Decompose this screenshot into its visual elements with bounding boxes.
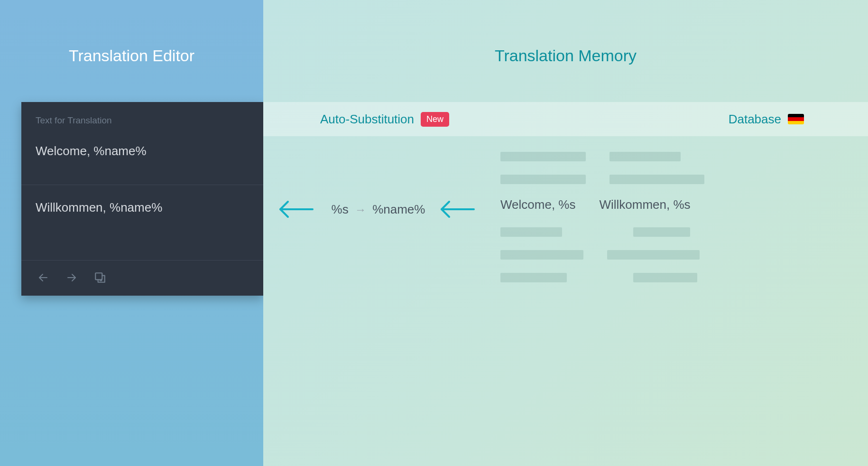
copy-icon [94,271,106,284]
target-text-input[interactable]: Willkommen, %name% [21,185,263,261]
db-placeholder-cell [500,152,586,161]
database-label-text: Database [729,112,781,127]
db-placeholder-cell [633,227,690,237]
flow-arrow-left-icon [277,200,314,219]
db-match-row: Welcome, %s Willkommen, %s [500,197,842,212]
copy-source-button[interactable] [92,270,108,285]
substitution-from: %s [332,202,349,216]
db-placeholder-cell [607,250,700,260]
editor-card: Text for Translation Welcome, %name% Wil… [21,102,263,296]
db-placeholder-cell [633,273,697,282]
editor-header-label: Text for Translation [21,102,263,130]
translation-editor-panel: Translation Editor Text for Translation … [0,0,263,466]
next-button[interactable] [64,270,79,285]
svg-rect-2 [95,273,102,280]
auto-substitution-label: Auto-Substitution [320,112,414,127]
db-placeholder-row [500,152,842,161]
db-source-text: Welcome, %s [500,197,575,212]
db-placeholder-cell [500,250,583,260]
db-placeholder-row [500,273,842,282]
flow-arrow-right-icon [439,200,476,219]
db-placeholder-cell [609,152,681,161]
arrow-left-icon [37,272,49,283]
db-placeholder-cell [500,273,567,282]
previous-button[interactable] [36,270,51,285]
db-placeholder-cell [609,175,704,184]
new-badge: New [421,112,449,127]
editor-toolbar [21,261,263,296]
germany-flag-icon [788,114,804,124]
db-placeholder-row [500,250,842,260]
source-text: Welcome, %name% [21,130,263,185]
database-grid: Welcome, %s Willkommen, %s [500,152,842,282]
db-placeholder-cell [500,175,586,184]
translation-memory-panel: Translation Memory Auto-Substitution New… [263,0,868,466]
editor-panel-title: Translation Editor [0,0,263,65]
memory-header-strip: Auto-Substitution New Database [263,102,868,136]
arrow-right-icon [66,272,77,283]
arrow-right-small-icon: → [355,203,366,216]
memory-panel-title: Translation Memory [263,0,868,65]
db-target-text: Willkommen, %s [599,197,690,212]
substitution-to: %name% [372,202,425,216]
db-placeholder-row [500,175,842,184]
substitution-mapping: %s → %name% [323,202,434,217]
db-placeholder-cell [500,227,562,237]
db-placeholder-row [500,227,842,237]
database-label: Database [729,112,804,127]
